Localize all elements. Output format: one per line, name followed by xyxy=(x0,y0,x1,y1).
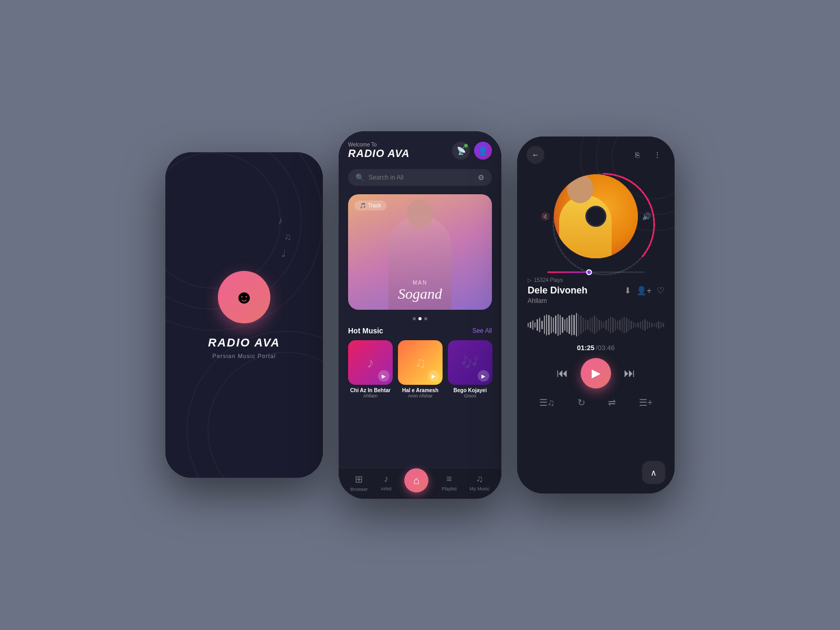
more-options-button[interactable]: ⋮ xyxy=(649,147,665,163)
wave-bar-12 xyxy=(555,316,556,334)
extra-controls: ☰♫ ↻ ⇌ ☰+ xyxy=(517,393,675,413)
dot-2-active[interactable] xyxy=(418,317,422,320)
track-thumb-2: ♫ ▶ xyxy=(398,340,443,385)
add-to-queue-button[interactable]: ☰+ xyxy=(639,397,653,408)
track-card-3[interactable]: 🎶 ▶ Bego Kojayei Gisoo xyxy=(448,340,492,398)
wave-bar-48 xyxy=(637,322,638,328)
previous-button[interactable]: ⏮ xyxy=(556,366,568,380)
wave-bar-32 xyxy=(601,321,602,329)
avatar-icon: 👤 xyxy=(478,146,488,156)
share-button[interactable]: ⎘ xyxy=(629,147,645,163)
play-pause-button[interactable]: ▶ xyxy=(581,358,611,388)
hot-section-header: Hot Music See All xyxy=(339,323,501,338)
wave-bar-29 xyxy=(594,316,595,334)
back-button[interactable]: ← xyxy=(527,146,544,164)
wave-bar-39 xyxy=(617,321,618,329)
nav-artist[interactable]: ♪ Artist xyxy=(381,474,392,491)
wave-bar-7 xyxy=(544,316,545,334)
track-card-2[interactable]: ♫ ▶ Hal e Aramesh Aron Afshar xyxy=(398,340,443,398)
wave-bar-26 xyxy=(587,320,588,330)
home-screen: Welcome To RADIO AVA 📡 👤 🔍 Search in All xyxy=(339,131,501,499)
wave-bar-55 xyxy=(654,323,655,327)
artist-icon: ♪ xyxy=(384,474,388,485)
wave-bar-5 xyxy=(539,318,540,332)
wave-bar-16 xyxy=(564,319,565,331)
chevron-up-icon: ∧ xyxy=(650,468,657,478)
play-overlay-2[interactable]: ▶ xyxy=(428,370,439,382)
repeat-button[interactable]: ↻ xyxy=(578,397,585,408)
mymusic-label: My Music xyxy=(470,486,490,491)
radio-button[interactable]: 📡 xyxy=(452,142,470,160)
shuffle-button[interactable]: ⇌ xyxy=(608,397,616,408)
track-artist-1: Ahllam xyxy=(363,393,378,398)
wave-bar-46 xyxy=(633,322,634,328)
dot-1[interactable] xyxy=(413,317,416,320)
queue-icon[interactable]: ☰♫ xyxy=(539,397,555,408)
wave-bar-47 xyxy=(635,323,636,327)
browser-icon: ⊞ xyxy=(355,474,363,485)
logo-face: ☻ xyxy=(234,286,254,308)
vinyl-center xyxy=(585,206,606,227)
wave-bar-34 xyxy=(605,320,606,330)
favorite-button[interactable]: ♡ xyxy=(657,286,664,296)
dot-3[interactable] xyxy=(424,317,427,320)
wave-bar-58 xyxy=(660,322,662,328)
wave-bar-27 xyxy=(590,318,591,331)
artist-dress xyxy=(559,195,612,258)
next-button[interactable]: ⏭ xyxy=(624,366,635,380)
wave-bar-36 xyxy=(610,317,611,333)
play-overlay-1[interactable]: ▶ xyxy=(378,370,390,382)
see-all-link[interactable]: See All xyxy=(472,327,492,334)
artist-label: Artist xyxy=(381,486,392,491)
volume-low-icon: 🔇 xyxy=(541,212,550,220)
plays-text: 15324 Plays xyxy=(534,277,563,283)
nav-home-button[interactable]: ⌂ xyxy=(404,468,428,492)
wave-bar-24 xyxy=(583,318,584,332)
phone-player: ← ⎘ ⋮ 🔇 xyxy=(517,136,675,494)
note-2: ♫ xyxy=(285,232,292,243)
time-current: 01:25 xyxy=(577,344,594,352)
track-artist: Ahllam xyxy=(528,297,664,304)
splash-screen: ♪ ♫ ♩ ☻ RADIO AVA Persian Music Portal xyxy=(165,152,323,478)
wave-bar-18 xyxy=(569,316,570,334)
track-title: Dele Divoneh xyxy=(528,285,587,296)
wave-bar-52 xyxy=(647,321,648,329)
music-notes: ♪ ♫ ♩ xyxy=(278,215,292,259)
nav-mymusic[interactable]: ♫ My Music xyxy=(470,474,490,491)
download-button[interactable]: ⬇ xyxy=(624,286,631,296)
artist-head xyxy=(567,174,593,203)
mymusic-icon: ♫ xyxy=(476,474,484,485)
bottom-navigation: ⊞ Browser ♪ Artist ⌂ ≡ Playlist ♫ My Mus… xyxy=(339,468,501,499)
wave-bar-57 xyxy=(658,321,659,329)
track-name-2: Hal e Aramesh xyxy=(402,387,438,393)
play-overlay-3[interactable]: ▶ xyxy=(478,370,489,382)
wave-bar-30 xyxy=(596,318,597,332)
header-icons: 📡 👤 xyxy=(452,142,492,160)
wave-bar-37 xyxy=(612,318,613,332)
wave-bar-45 xyxy=(631,321,632,329)
time-total-value: 03:46 xyxy=(597,344,615,352)
wave-bar-41 xyxy=(622,318,623,332)
add-user-button[interactable]: 👤+ xyxy=(636,286,652,296)
wave-bar-51 xyxy=(644,319,645,331)
featured-card[interactable]: 🎵 Track MAN Sogand xyxy=(348,194,492,310)
wave-bar-15 xyxy=(562,317,563,333)
scroll-up-button[interactable]: ∧ xyxy=(642,461,665,484)
search-placeholder: Search in All xyxy=(369,174,474,181)
wave-bar-19 xyxy=(571,314,572,335)
wave-bar-23 xyxy=(580,316,581,334)
wave-bar-9 xyxy=(548,315,549,335)
time-display: 01:25 / 03:46 xyxy=(517,342,675,354)
wave-bar-25 xyxy=(585,319,586,331)
wave-bar-3 xyxy=(534,322,536,328)
wave-bar-21 xyxy=(576,313,577,337)
playlist-label: Playlist xyxy=(442,486,457,491)
wave-bar-54 xyxy=(651,323,652,327)
wave-bar-35 xyxy=(608,318,609,331)
nav-playlist[interactable]: ≡ Playlist xyxy=(442,474,457,491)
search-bar[interactable]: 🔍 Search in All ⚙ xyxy=(348,169,492,186)
nav-browser[interactable]: ⊞ Browser xyxy=(350,474,368,492)
home-header: Welcome To RADIO AVA 📡 👤 xyxy=(339,131,501,165)
track-card-1[interactable]: ♪ ▶ Chi Az In Behtar Ahllam xyxy=(348,340,393,398)
user-avatar[interactable]: 👤 xyxy=(474,142,492,160)
